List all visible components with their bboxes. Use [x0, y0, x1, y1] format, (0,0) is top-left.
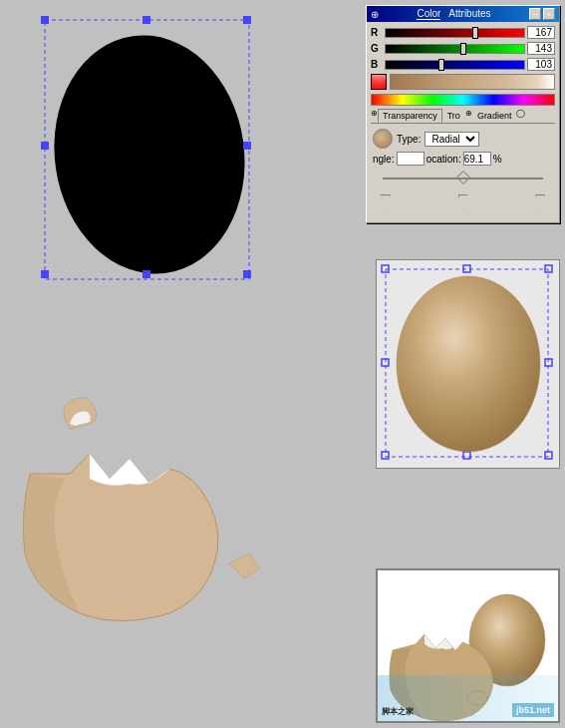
gradient-track-line [383, 178, 543, 180]
type-row: Type: Radial [373, 129, 553, 149]
broken-egg-group [10, 394, 229, 623]
color-swatch-row [371, 74, 555, 90]
close-button[interactable]: × [543, 8, 555, 20]
gradient-options: Type: Radial ngle: ocation: % [371, 127, 555, 218]
gradient-slider-container [373, 169, 553, 192]
broken-egg-svg [10, 394, 239, 633]
thumbnail-watermark: jb51.net [512, 703, 554, 717]
g-slider-track[interactable] [385, 44, 525, 54]
g-slider-thumb[interactable] [460, 43, 466, 55]
titlebar-buttons: ─ × [529, 8, 555, 20]
panel-title-arrow: ⊕ [371, 9, 379, 20]
location-unit: % [493, 154, 502, 165]
svg-rect-16 [382, 452, 389, 459]
gradient-tab[interactable]: Gradient [472, 109, 517, 123]
svg-rect-5 [41, 142, 49, 150]
attributes-tab-label[interactable]: Attributes [448, 8, 490, 20]
angle-label: ngle: [373, 154, 395, 165]
thumbnail-secondary-watermark: 脚本之家 [382, 706, 414, 717]
svg-point-19 [397, 276, 540, 452]
grad-stop-left[interactable] [381, 194, 391, 208]
svg-rect-6 [243, 142, 251, 150]
thumbnail-svg [378, 570, 558, 721]
angle-location-row: ngle: ocation: % [373, 152, 553, 166]
black-egg-group [30, 15, 249, 284]
no-color-swatch[interactable] [371, 74, 387, 90]
svg-rect-18 [545, 452, 552, 459]
transparency-tab[interactable]: Transparency [378, 109, 442, 123]
gradient-stops-row [373, 194, 553, 214]
thumbnail-box: jb51.net 脚本之家 [376, 568, 560, 723]
panel-titlebar: ⊕ Color Attributes ─ × [367, 6, 559, 22]
r-label: R [371, 27, 383, 38]
svg-rect-8 [142, 270, 150, 278]
b-value-input[interactable] [527, 58, 555, 71]
b-label: B [371, 59, 383, 70]
type-select[interactable]: Radial [424, 132, 479, 147]
sub-tab-right-arrow[interactable]: ◯ [516, 109, 525, 123]
gradient-swatch [373, 129, 393, 149]
g-slider-row: G [371, 42, 555, 55]
sub-tab-mid-arrow[interactable]: ⊕ [465, 109, 472, 123]
b-slider-row: B [371, 58, 555, 71]
r-slider-thumb[interactable] [472, 27, 478, 39]
svg-rect-2 [41, 16, 49, 24]
type-label: Type: [397, 134, 421, 145]
svg-rect-7 [41, 270, 49, 278]
color-panel: ⊕ Color Attributes ─ × R G [366, 5, 560, 223]
grad-stop-right[interactable] [535, 194, 545, 208]
r-value-input[interactable] [527, 26, 555, 39]
minimize-button[interactable]: ─ [529, 8, 541, 20]
sub-tabs: ⊕ Transparency Tro ⊕ Gradient ◯ [371, 109, 555, 124]
grad-stop-mid[interactable] [458, 194, 468, 208]
rainbow-bar[interactable] [371, 94, 555, 106]
right-panel: ⊕ Color Attributes ─ × R G [361, 0, 565, 728]
svg-rect-3 [142, 16, 150, 24]
angle-input[interactable] [397, 152, 424, 166]
svg-rect-4 [243, 16, 251, 24]
b-slider-track[interactable] [385, 60, 525, 70]
svg-point-1 [39, 23, 260, 286]
color-tab-label[interactable]: Color [417, 8, 440, 20]
svg-rect-9 [243, 270, 251, 278]
sub-tab-left-arrow[interactable]: ⊕ [371, 109, 378, 123]
tro-tab[interactable]: Tro [442, 109, 465, 123]
panel-body: R G B [367, 22, 559, 222]
location-input[interactable] [463, 152, 491, 166]
black-egg-svg [30, 15, 269, 294]
g-label: G [371, 43, 383, 54]
color-gradient-preview [390, 74, 555, 90]
right-egg-container [376, 259, 560, 469]
right-egg-svg [381, 264, 555, 464]
canvas-area [0, 0, 359, 728]
svg-rect-17 [463, 452, 470, 459]
location-label: ocation: [426, 154, 461, 165]
r-slider-track[interactable] [385, 28, 525, 38]
b-slider-thumb[interactable] [438, 59, 444, 71]
g-value-input[interactable] [527, 42, 555, 55]
r-slider-row: R [371, 26, 555, 39]
